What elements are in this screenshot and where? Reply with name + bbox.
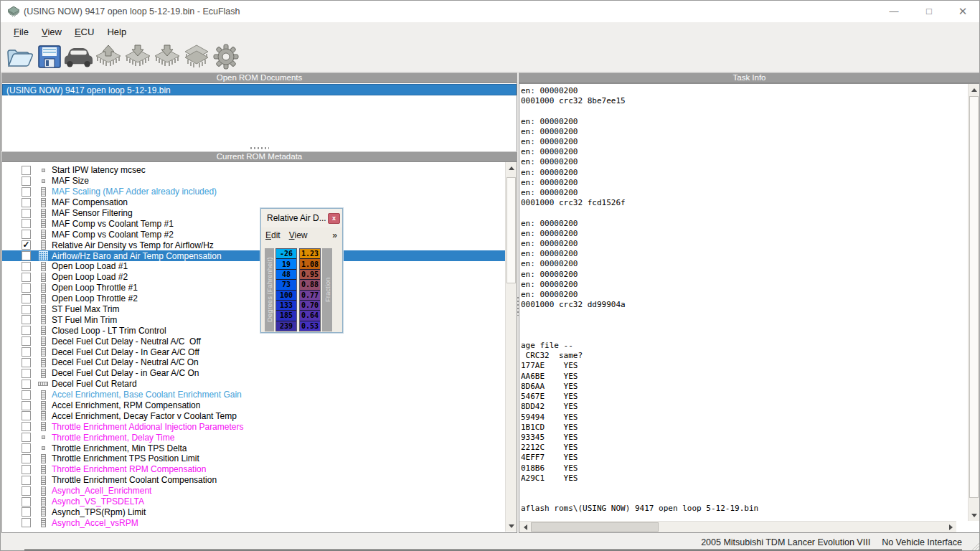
row-checkbox[interactable] — [22, 518, 31, 527]
degrees-column[interactable]: -26194873100133185239 — [275, 248, 297, 331]
table-row[interactable]: Decel Fuel Cut Delay - In Gear A/C Off — [2, 347, 506, 357]
float-close-button[interactable]: x — [328, 213, 340, 224]
panel-splitter-handle[interactable] — [250, 147, 269, 149]
degrees-cell[interactable]: 185 — [276, 311, 296, 321]
resize-grip[interactable] — [971, 542, 979, 550]
table-row[interactable]: MAF Sensor Filtering — [2, 208, 506, 219]
table-row[interactable]: Open Loop Load #2 — [2, 272, 506, 283]
table-row[interactable]: Asynch_Accel_vsRPM — [2, 517, 506, 528]
table-row[interactable]: Throttle Enrichment, Min TPS Delta — [2, 443, 506, 453]
row-checkbox[interactable] — [22, 358, 31, 367]
degrees-cell[interactable]: 48 — [276, 270, 296, 280]
row-checkbox[interactable] — [22, 336, 31, 346]
table-row[interactable]: ST Fuel Min Trim — [2, 314, 506, 325]
table-row[interactable]: Closed Loop - LT Trim Control — [2, 325, 506, 336]
row-checkbox[interactable] — [22, 166, 31, 175]
table-row[interactable]: Open Loop Throttle #1 — [2, 283, 506, 293]
fraction-cell[interactable]: 1.08 — [300, 259, 320, 269]
row-checkbox[interactable] — [22, 294, 31, 303]
row-checkbox[interactable] — [22, 422, 31, 431]
table-row[interactable]: Decel Fuel Cut Retard — [2, 379, 506, 390]
minimize-button[interactable]: — — [877, 1, 910, 22]
task-info-vscrollbar[interactable] — [968, 84, 979, 521]
degrees-cell[interactable]: 19 — [276, 259, 296, 269]
row-checkbox[interactable] — [22, 209, 31, 218]
close-button[interactable]: ✕ — [946, 1, 979, 22]
table-row[interactable]: Accel Enrichment, Decay Factor v Coolant… — [2, 410, 506, 421]
row-checkbox[interactable]: ✓ — [22, 240, 31, 250]
table-row[interactable]: Airflow/Hz Baro and Air Temp Compensatio… — [2, 250, 506, 261]
scroll-up-button[interactable] — [506, 162, 517, 174]
write-to-ecu-alt-button[interactable] — [152, 42, 182, 71]
fraction-column[interactable]: 1.231.080.950.880.770.700.640.53 — [299, 248, 321, 331]
vehicle-button[interactable] — [64, 42, 93, 71]
table-row[interactable]: Decel Fuel Cut Delay - Neutral A/C Off — [2, 336, 506, 347]
table-row[interactable]: MAF Size — [2, 176, 506, 187]
menu-ecu[interactable]: ECU — [68, 24, 100, 39]
fraction-cell[interactable]: 1.23 — [300, 249, 320, 259]
task-info-hscrollbar[interactable] — [519, 521, 956, 532]
fraction-cell[interactable]: 0.64 — [300, 311, 320, 321]
row-checkbox[interactable] — [22, 390, 31, 400]
row-checkbox[interactable] — [22, 347, 31, 357]
fraction-cell[interactable]: 0.77 — [300, 291, 320, 301]
menu-edit[interactable]: Edit — [261, 229, 285, 242]
row-checkbox[interactable] — [22, 283, 31, 293]
table-row[interactable]: Throttle Enrichment Addional Injection P… — [2, 421, 506, 432]
table-row[interactable]: Decel Fuel Cut Delay - in Gear A/C On — [2, 368, 506, 379]
degrees-cell[interactable]: 100 — [276, 291, 296, 301]
row-checkbox[interactable] — [22, 454, 31, 463]
row-checkbox[interactable] — [22, 497, 31, 507]
row-checkbox[interactable] — [22, 443, 31, 453]
open-rom-button[interactable] — [5, 42, 34, 71]
menu-view[interactable]: View — [35, 24, 68, 39]
scrollbar-thumb[interactable] — [507, 177, 516, 283]
table-row[interactable]: MAF Comp vs Coolant Temp #1 — [2, 218, 506, 229]
table-row[interactable]: ✓Relative Air Density vs Temp for Airflo… — [2, 240, 506, 250]
table-row[interactable]: Accel Enrichment, RPM Compensation — [2, 400, 506, 411]
row-checkbox[interactable] — [22, 262, 31, 271]
scroll-up-button[interactable] — [969, 84, 980, 95]
table-row[interactable]: Accel Enrichment, Base Coolant Enrichmen… — [2, 390, 506, 400]
table-row[interactable]: Asynch_TPS(Rpm) Limit — [2, 507, 506, 518]
row-checkbox[interactable] — [22, 251, 31, 260]
scrollbar-thumb[interactable] — [969, 96, 979, 498]
row-checkbox[interactable] — [22, 433, 31, 442]
fraction-cell[interactable]: 0.53 — [300, 321, 320, 331]
menu-view[interactable]: View — [285, 229, 312, 242]
table-row[interactable]: Asynch_VS_TPSDELTA — [2, 496, 506, 507]
metadata-scrollbar[interactable] — [505, 162, 517, 532]
menu-file[interactable]: File — [7, 24, 35, 39]
fraction-cell[interactable]: 0.88 — [300, 280, 320, 290]
row-checkbox[interactable] — [22, 187, 31, 197]
rom-document-item[interactable]: (USING NOW) 9417 open loop 5-12-19.bin — [2, 84, 517, 95]
row-checkbox[interactable] — [22, 369, 31, 378]
table-row[interactable]: Asynch_Acell_Enrichment — [2, 486, 506, 496]
row-checkbox[interactable] — [22, 198, 31, 207]
compare-roms-button[interactable] — [182, 42, 211, 71]
table-row[interactable]: MAF Comp vs Coolant Temp #2 — [2, 229, 506, 240]
row-checkbox[interactable] — [22, 219, 31, 228]
menu-help[interactable]: Help — [100, 24, 133, 39]
settings-button[interactable] — [211, 42, 240, 71]
row-checkbox[interactable] — [22, 315, 31, 324]
row-checkbox[interactable] — [22, 176, 31, 186]
table-row[interactable]: Throttle Enrichment RPM Compensation — [2, 464, 506, 475]
table-row[interactable]: MAF Scaling (MAF Adder already included) — [2, 187, 506, 197]
table-row[interactable]: Open Loop Load #1 — [2, 261, 506, 272]
maximize-button[interactable]: □ — [913, 1, 946, 22]
row-checkbox[interactable] — [22, 230, 31, 239]
table-row[interactable]: Throttle Enrichment Coolant Compensation — [2, 475, 506, 486]
fraction-cell[interactable]: 0.95 — [300, 270, 320, 280]
degrees-cell[interactable]: -26 — [276, 249, 296, 259]
row-checkbox[interactable] — [22, 411, 31, 420]
row-checkbox[interactable] — [22, 465, 31, 474]
degrees-cell[interactable]: 239 — [276, 321, 296, 331]
row-checkbox[interactable] — [22, 476, 31, 485]
scroll-down-button[interactable] — [506, 520, 517, 532]
row-checkbox[interactable] — [22, 305, 31, 314]
scroll-down-button[interactable] — [969, 509, 980, 521]
table-row[interactable]: Throttle Enrichment TPS Position Limit — [2, 453, 506, 464]
save-rom-button[interactable] — [34, 42, 64, 71]
table-row[interactable]: Start IPW latency mcsec — [2, 165, 506, 176]
